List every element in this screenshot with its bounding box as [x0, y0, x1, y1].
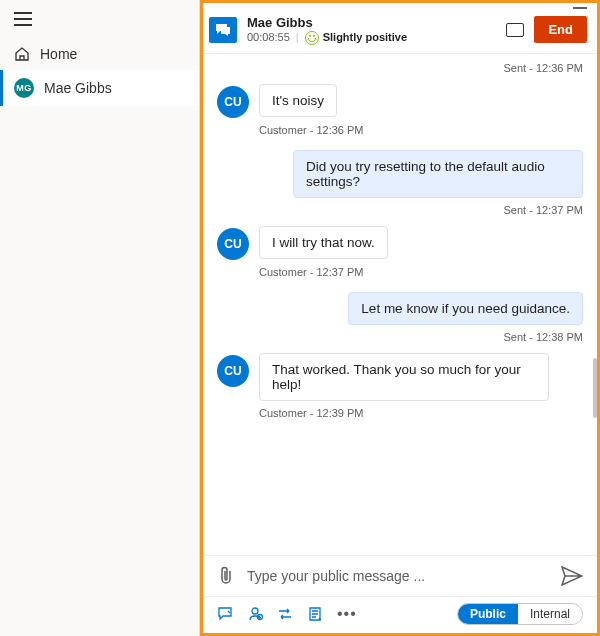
message-list: Sent - 12:36 PM CU It's noisy Customer -… [203, 54, 597, 555]
hamburger-icon[interactable] [14, 12, 32, 26]
compose-bar [203, 556, 597, 596]
chat-panel: Mae Gibbs 00:08:55 | Slightly positive E… [200, 0, 600, 636]
nav-conversation-label: Mae Gibbs [44, 80, 112, 96]
message-input[interactable] [247, 568, 549, 584]
message-row-customer: CU I will try that now. [217, 226, 583, 260]
bottom-toolbar: ••• Public Internal [203, 597, 597, 633]
message-row-customer: CU It's noisy [217, 84, 583, 118]
message-bubble: Let me know if you need guidance. [348, 292, 583, 325]
chat-header: Mae Gibbs 00:08:55 | Slightly positive E… [203, 9, 597, 54]
sentiment-indicator: Slightly positive [305, 31, 407, 45]
pill-internal[interactable]: Internal [518, 604, 582, 624]
home-icon [14, 46, 30, 62]
sidebar: Home MG Mae Gibbs [0, 0, 200, 636]
customer-avatar: CU [217, 228, 249, 260]
avatar-initials: MG [14, 78, 34, 98]
nav-conversation-active[interactable]: MG Mae Gibbs [0, 70, 199, 106]
sent-meta: Sent - 12:38 PM [217, 331, 583, 343]
chat-channel-icon [209, 17, 237, 43]
message-bubble: It's noisy [259, 84, 337, 117]
end-button[interactable]: End [534, 16, 587, 43]
message-meta: Customer - 12:39 PM [259, 407, 583, 419]
visibility-toggle: Public Internal [457, 603, 583, 625]
chat-timer: 00:08:55 [247, 31, 290, 44]
chat-subheader: 00:08:55 | Slightly positive [247, 31, 407, 45]
pill-public[interactable]: Public [458, 604, 518, 624]
nav-home-label: Home [40, 46, 77, 62]
svg-point-0 [252, 608, 258, 614]
message-bubble: I will try that now. [259, 226, 388, 259]
sent-meta: Sent - 12:36 PM [217, 62, 583, 74]
nav-home[interactable]: Home [0, 38, 199, 70]
quick-reply-icon[interactable] [217, 606, 233, 622]
notes-icon[interactable] [307, 606, 323, 622]
attach-icon[interactable] [217, 566, 235, 586]
customer-avatar: CU [217, 86, 249, 118]
more-icon[interactable]: ••• [337, 605, 357, 623]
message-bubble: Did you try resetting to the default aud… [293, 150, 583, 198]
message-row-customer: CU That worked. Thank you so much for yo… [217, 353, 583, 401]
send-icon[interactable] [561, 566, 583, 586]
sentiment-label: Slightly positive [323, 31, 407, 44]
scrollbar-thumb[interactable] [593, 358, 597, 418]
consult-icon[interactable] [247, 606, 263, 622]
customer-avatar: CU [217, 355, 249, 387]
message-meta: Customer - 12:37 PM [259, 266, 583, 278]
monitor-icon[interactable] [506, 23, 524, 37]
smile-icon [305, 31, 319, 45]
transfer-icon[interactable] [277, 606, 293, 622]
message-bubble: That worked. Thank you so much for your … [259, 353, 549, 401]
separator: | [296, 31, 299, 44]
message-row-agent: Did you try resetting to the default aud… [217, 150, 583, 198]
chat-customer-name: Mae Gibbs [247, 15, 407, 31]
sent-meta: Sent - 12:37 PM [217, 204, 583, 216]
hamburger-container [0, 0, 199, 38]
message-meta: Customer - 12:36 PM [259, 124, 583, 136]
message-row-agent: Let me know if you need guidance. [217, 292, 583, 325]
chat-title-column: Mae Gibbs 00:08:55 | Slightly positive [247, 15, 407, 45]
